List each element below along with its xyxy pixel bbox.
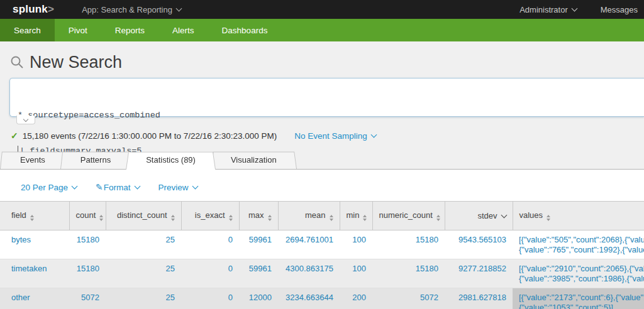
cell-values[interactable]: [{"value":"505","count":2068},{"value":"… xyxy=(513,230,644,259)
cell-min[interactable]: 100 xyxy=(340,230,372,259)
cell-count[interactable]: 15180 xyxy=(69,230,106,259)
search-query-input[interactable]: * sourcetype=access_combined | fieldsumm… xyxy=(9,78,644,117)
user-menu-label: Administrator xyxy=(519,5,568,14)
cell-numeric-count[interactable]: 15180 xyxy=(372,259,445,288)
messages-label: Messages xyxy=(601,5,638,14)
column-header-max[interactable]: max xyxy=(239,202,278,230)
cell-min[interactable]: 200 xyxy=(340,288,372,309)
sort-icon xyxy=(171,215,175,221)
page-title: New Search xyxy=(10,52,644,73)
tab-events[interactable]: Events xyxy=(4,151,62,169)
cell-max[interactable]: 59961 xyxy=(239,230,278,259)
cell-stdev[interactable]: 2981.627818 xyxy=(445,288,513,309)
page-title-text: New Search xyxy=(30,53,122,72)
column-header-distinct-count[interactable]: distinct_count xyxy=(106,202,181,230)
app-menu[interactable]: App: Search & Reporting xyxy=(82,5,181,14)
cell-values[interactable]: [{"value":"2173","count":6},{"value":" {… xyxy=(513,288,644,309)
cell-is-exact[interactable]: 0 xyxy=(181,230,239,259)
table-row: other 5072 25 0 12000 3234.663644 200 50… xyxy=(0,288,644,309)
table-row: bytes 15180 25 0 59961 2694.761001 100 1… xyxy=(0,230,644,259)
search-icon xyxy=(10,55,24,69)
logo-chevron-glyph: > xyxy=(48,3,54,15)
cell-max[interactable]: 59961 xyxy=(239,259,278,288)
column-header-field[interactable]: field xyxy=(0,202,69,230)
sort-icon xyxy=(99,215,103,221)
nav-item-alerts[interactable]: Alerts xyxy=(158,19,208,41)
column-header-is-exact[interactable]: is_exact xyxy=(181,202,239,230)
sort-icon xyxy=(330,215,333,221)
app-menu-label: App: Search & Reporting xyxy=(82,5,172,14)
table-header-row: field count distinct_count is_exact max … xyxy=(0,202,644,230)
chevron-down-icon xyxy=(176,6,182,12)
sort-icon xyxy=(229,215,233,221)
sort-icon xyxy=(268,215,272,221)
sort-icon xyxy=(363,215,367,221)
nav-item-reports[interactable]: Reports xyxy=(101,19,158,41)
cell-stdev[interactable]: 9277.218852 xyxy=(445,259,513,288)
app-nav-bar: Search Pivot Reports Alerts Dashboards xyxy=(0,19,644,41)
cell-count[interactable]: 15180 xyxy=(69,259,106,288)
cell-field[interactable]: other xyxy=(0,288,69,309)
nav-item-search[interactable]: Search xyxy=(0,19,55,41)
top-app-bar: splunk> App: Search & Reporting Administ… xyxy=(0,0,644,19)
cell-is-exact[interactable]: 0 xyxy=(181,288,239,309)
cell-mean[interactable]: 2694.761001 xyxy=(278,230,340,259)
query-line-1: * sourcetype=access_combined xyxy=(18,109,636,121)
column-header-min[interactable]: min xyxy=(340,202,372,230)
cell-numeric-count[interactable]: 15180 xyxy=(372,230,445,259)
cell-distinct-count[interactable]: 25 xyxy=(106,259,181,288)
sort-icon xyxy=(30,215,34,221)
table-row: timetaken 15180 25 0 59961 4300.863175 1… xyxy=(0,259,644,288)
cell-min[interactable]: 100 xyxy=(340,259,372,288)
sort-desc-icon xyxy=(501,212,507,219)
tab-visualization[interactable]: Visualization xyxy=(214,151,293,169)
cell-max[interactable]: 12000 xyxy=(239,288,278,309)
topbar-right: Administrator Messages xyxy=(519,5,638,14)
sort-icon xyxy=(436,215,440,221)
chevron-down-icon xyxy=(23,116,28,121)
search-section: New Search * sourcetype=access_combined … xyxy=(0,41,644,170)
splunk-logo[interactable]: splunk> xyxy=(13,3,54,16)
tab-statistics[interactable]: Statistics (89) xyxy=(130,151,212,169)
nav-item-pivot[interactable]: Pivot xyxy=(55,19,101,41)
messages-menu[interactable]: Messages xyxy=(601,5,638,14)
column-header-numeric-count[interactable]: numeric_count xyxy=(372,202,445,230)
cell-mean[interactable]: 4300.863175 xyxy=(278,259,340,288)
success-check-icon: ✓ xyxy=(11,131,18,141)
user-menu[interactable]: Administrator xyxy=(519,5,577,14)
cell-mean[interactable]: 3234.663644 xyxy=(278,288,340,309)
cell-count[interactable]: 5072 xyxy=(69,288,106,309)
nav-item-dashboards[interactable]: Dashboards xyxy=(208,19,282,41)
cell-numeric-count[interactable]: 5072 xyxy=(372,288,445,309)
cell-field[interactable]: timetaken xyxy=(0,259,69,288)
column-header-mean[interactable]: mean xyxy=(278,202,340,230)
column-header-stdev[interactable]: stdev xyxy=(445,202,513,230)
cell-values[interactable]: [{"value":"2910","count":2065},{"value":… xyxy=(513,259,644,288)
cell-stdev[interactable]: 9543.565103 xyxy=(445,230,513,259)
cell-distinct-count[interactable]: 25 xyxy=(106,288,181,309)
chevron-down-icon xyxy=(571,6,577,12)
search-bar-expand-button[interactable] xyxy=(16,116,35,124)
sort-icon xyxy=(547,215,550,221)
column-header-count[interactable]: count xyxy=(69,202,106,230)
tab-patterns[interactable]: Patterns xyxy=(64,151,127,169)
statistics-table: field count distinct_count is_exact max … xyxy=(0,201,644,309)
column-header-values[interactable]: values xyxy=(513,202,644,230)
cell-field[interactable]: bytes xyxy=(0,230,69,259)
cell-distinct-count[interactable]: 25 xyxy=(106,230,181,259)
cell-is-exact[interactable]: 0 xyxy=(181,259,239,288)
